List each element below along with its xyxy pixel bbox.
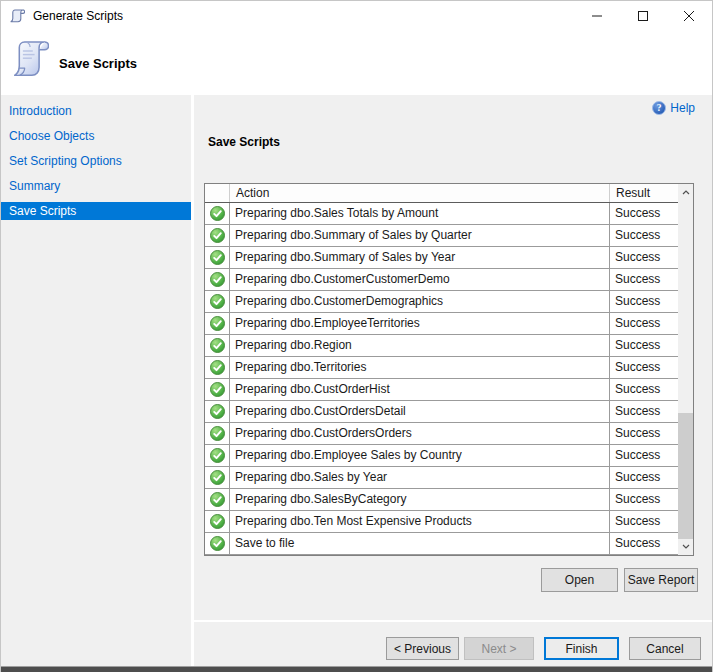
wizard-header: Save Scripts <box>1 31 712 95</box>
row-status-cell <box>205 467 230 488</box>
row-action: Preparing dbo.Territories <box>230 357 610 378</box>
scrollbar-down-arrow-icon[interactable] <box>678 538 693 555</box>
previous-button[interactable]: < Previous <box>386 637 459 660</box>
next-button[interactable]: Next > <box>464 637 534 660</box>
table-row[interactable]: Preparing dbo.Sales by Year Success <box>205 467 678 489</box>
sidebar-step-label: Summary <box>9 179 60 193</box>
window-title: Generate Scripts <box>33 9 123 23</box>
sidebar-step[interactable]: Choose Objects <box>1 127 191 145</box>
success-check-icon <box>210 404 225 419</box>
success-check-icon <box>210 360 225 375</box>
sidebar-step[interactable]: Introduction <box>1 102 191 120</box>
table-row[interactable]: Preparing dbo.Summary of Sales by Quarte… <box>205 225 678 247</box>
row-status-cell <box>205 489 230 510</box>
row-result: Success <box>610 401 678 422</box>
row-action: Preparing dbo.EmployeeTerritories <box>230 313 610 334</box>
row-result: Success <box>610 511 678 532</box>
caption-buttons <box>574 1 712 31</box>
row-status-cell <box>205 225 230 246</box>
result-column-header[interactable]: Result <box>610 184 678 202</box>
sidebar-step[interactable]: Set Scripting Options <box>1 152 191 170</box>
row-action: Preparing dbo.CustomerDemographics <box>230 291 610 312</box>
footer-separator <box>194 620 712 622</box>
row-status-cell <box>205 511 230 532</box>
table-row[interactable]: Preparing dbo.Summary of Sales by Year S… <box>205 247 678 269</box>
row-status-cell <box>205 247 230 268</box>
table-scrollbar[interactable] <box>678 184 693 555</box>
row-result: Success <box>610 489 678 510</box>
row-status-cell <box>205 313 230 334</box>
row-result: Success <box>610 313 678 334</box>
table-row[interactable]: Preparing dbo.SalesByCategory Success <box>205 489 678 511</box>
wizard-content: ? Help Save Scripts Action Result <box>194 95 712 666</box>
app-scroll-icon <box>9 8 25 24</box>
table-row[interactable]: Preparing dbo.CustomerCustomerDemo Succe… <box>205 269 678 291</box>
table-row[interactable]: Preparing dbo.Sales Totals by Amount Suc… <box>205 203 678 225</box>
table-row[interactable]: Save to file Success <box>205 533 678 555</box>
row-action: Preparing dbo.Summary of Sales by Quarte… <box>230 225 610 246</box>
row-result: Success <box>610 423 678 444</box>
row-action: Preparing dbo.CustomerCustomerDemo <box>230 269 610 290</box>
table-row[interactable]: Preparing dbo.CustOrdersOrders Success <box>205 423 678 445</box>
sidebar-step-label: Set Scripting Options <box>9 154 122 168</box>
success-check-icon <box>210 514 225 529</box>
success-check-icon <box>210 448 225 463</box>
row-status-cell <box>205 533 230 554</box>
row-action: Preparing dbo.Sales by Year <box>230 467 610 488</box>
row-result: Success <box>610 247 678 268</box>
sidebar-step-label: Save Scripts <box>9 204 76 218</box>
row-action: Preparing dbo.CustOrderHist <box>230 379 610 400</box>
row-action: Preparing dbo.Ten Most Expensive Product… <box>230 511 610 532</box>
wizard-page-title: Save Scripts <box>59 56 137 71</box>
row-status-cell <box>205 423 230 444</box>
table-row[interactable]: Preparing dbo.CustOrderHist Success <box>205 379 678 401</box>
minimize-button[interactable] <box>574 1 620 31</box>
finish-button[interactable]: Finish <box>544 637 619 660</box>
table-row[interactable]: Preparing dbo.Employee Sales by Country … <box>205 445 678 467</box>
success-check-icon <box>210 250 225 265</box>
scrollbar-up-arrow-icon[interactable] <box>678 184 693 201</box>
row-action: Preparing dbo.CustOrdersDetail <box>230 401 610 422</box>
table-row[interactable]: Preparing dbo.EmployeeTerritories Succes… <box>205 313 678 335</box>
sidebar-step-label: Introduction <box>9 104 72 118</box>
row-action: Preparing dbo.Employee Sales by Country <box>230 445 610 466</box>
row-action: Preparing dbo.Summary of Sales by Year <box>230 247 610 268</box>
table-row[interactable]: Preparing dbo.CustOrdersDetail Success <box>205 401 678 423</box>
cancel-button[interactable]: Cancel <box>629 637 701 660</box>
sidebar-step[interactable]: Save Scripts <box>1 202 191 220</box>
status-column-header[interactable] <box>205 184 230 202</box>
table-row[interactable]: Preparing dbo.CustomerDemographics Succe… <box>205 291 678 313</box>
table-row[interactable]: Preparing dbo.Region Success <box>205 335 678 357</box>
row-status-cell <box>205 445 230 466</box>
maximize-button[interactable] <box>620 1 666 31</box>
help-link[interactable]: ? Help <box>652 101 695 115</box>
row-result: Success <box>610 467 678 488</box>
help-label: Help <box>670 101 695 115</box>
results-table: Action Result Preparing dbo.Sales Tota <box>204 183 694 556</box>
row-result: Success <box>610 357 678 378</box>
table-row[interactable]: Preparing dbo.Ten Most Expensive Product… <box>205 511 678 533</box>
row-status-cell <box>205 335 230 356</box>
help-icon: ? <box>652 101 666 115</box>
row-result: Success <box>610 291 678 312</box>
sidebar-step-label: Choose Objects <box>9 129 94 143</box>
row-status-cell <box>205 291 230 312</box>
row-result: Success <box>610 533 678 554</box>
section-title: Save Scripts <box>208 135 280 149</box>
table-body: Preparing dbo.Sales Totals by Amount Suc… <box>205 203 693 555</box>
open-button[interactable]: Open <box>541 568 618 592</box>
close-button[interactable] <box>666 1 712 31</box>
table-row[interactable]: Preparing dbo.Territories Success <box>205 357 678 379</box>
scrollbar-thumb[interactable] <box>678 413 693 539</box>
sidebar-step[interactable]: Summary <box>1 177 191 195</box>
save-report-button[interactable]: Save Report <box>624 568 698 592</box>
success-check-icon <box>210 492 225 507</box>
row-action: Preparing dbo.Sales Totals by Amount <box>230 203 610 224</box>
row-result: Success <box>610 379 678 400</box>
row-result: Success <box>610 445 678 466</box>
action-column-header[interactable]: Action <box>230 184 610 202</box>
row-status-cell <box>205 203 230 224</box>
titlebar: Generate Scripts <box>1 1 712 31</box>
row-result: Success <box>610 203 678 224</box>
wizard-body: Introduction Choose Objects Set Scriptin… <box>1 95 712 666</box>
